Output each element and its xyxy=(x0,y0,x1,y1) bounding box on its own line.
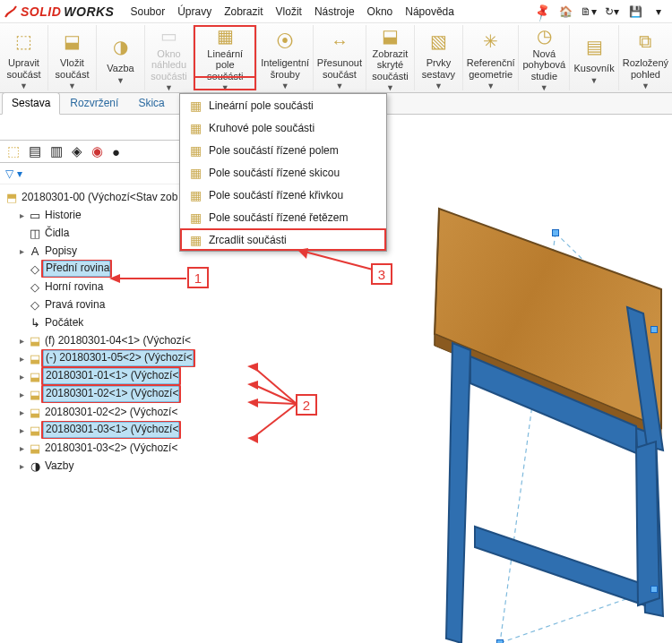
dropdown-item-label: Lineární pole součásti xyxy=(205,99,314,112)
ribbon-button[interactable]: ✳Referenčnígeometrie▼ xyxy=(463,25,519,90)
ribbon-button[interactable]: ▦Lineární polesoučásti▼ xyxy=(194,25,257,90)
expand-icon[interactable]: ▸ xyxy=(16,210,27,220)
expand-icon[interactable]: ▸ xyxy=(16,390,27,399)
dropdown-item[interactable]: ▦Pole součástí řízené polem xyxy=(180,139,386,161)
tab-skica[interactable]: Skica xyxy=(128,92,174,115)
ribbon-label: Referenčnígeometrie xyxy=(467,57,515,79)
dropdown-item-label: Kruhové pole součásti xyxy=(205,122,314,134)
menu-item[interactable]: Nápověda xyxy=(401,4,458,20)
tree-item-icon: ⬓ xyxy=(27,424,43,437)
expand-icon[interactable]: ▸ xyxy=(16,425,27,435)
tree-item-icon: ◇ xyxy=(27,298,43,312)
panel-tb-icon[interactable]: ◉ xyxy=(91,143,103,159)
ribbon-button[interactable]: ⬓Vložitsoučást▼ xyxy=(48,25,97,90)
ribbon-label: Prvkysestavy xyxy=(422,57,455,79)
revolve-icon[interactable]: ↻▾ xyxy=(602,2,622,21)
ribbon-button[interactable]: ↔Přesunoutsoučást▼ xyxy=(314,25,366,90)
tree-item-icon: ↳ xyxy=(27,316,43,330)
tree-item[interactable]: ▸⬓(f) 20180301-04<1> (Výchozí< xyxy=(4,331,251,349)
chevron-down-icon: ▼ xyxy=(435,81,443,90)
svg-line-14 xyxy=(253,402,297,404)
tree-item[interactable]: ▸⬓20180301-02<1> (Výchozí< xyxy=(4,385,251,403)
tree-item-icon: ⬓ xyxy=(27,406,43,419)
ribbon-label: Inteligentníšrouby xyxy=(261,57,309,79)
expand-icon[interactable]: ▸ xyxy=(16,407,27,417)
plane-anchor[interactable] xyxy=(650,586,658,593)
file-icon[interactable]: 🗎▾ xyxy=(579,2,599,21)
pattern-icon: ▦ xyxy=(185,210,205,225)
menu-item[interactable]: Úpravy xyxy=(174,4,215,20)
panel-tb-icon[interactable]: ▥ xyxy=(50,143,63,159)
filter-icon[interactable]: ▽ xyxy=(5,167,13,180)
ribbon-button[interactable]: ⧉Rozloženýpohled▼ xyxy=(619,25,672,90)
pattern-dropdown: ▦Lineární pole součásti▦Kruhové pole sou… xyxy=(179,93,387,252)
chevron-down-icon: ▼ xyxy=(20,81,28,90)
ribbon-button[interactable]: ▤Kusovník▼ xyxy=(570,25,619,90)
tree-item-label: Čidla xyxy=(43,227,69,239)
tree-item-label: 20180301-01<1> (Výchozí< xyxy=(43,368,179,384)
plane-anchor[interactable] xyxy=(552,229,559,236)
ribbon-button[interactable]: ⬚Upravitsoučást▼ xyxy=(0,25,48,90)
menu-item[interactable]: Nástroje xyxy=(311,4,358,20)
svg-line-20 xyxy=(305,252,373,270)
ribbon-button[interactable]: ⬓Zobrazitskrytésoučásti▼ xyxy=(366,25,415,90)
dropdown-item[interactable]: ▦Pole součástí řízené řetězem xyxy=(180,206,386,228)
ribbon-icon: ▧ xyxy=(424,27,452,56)
dropdown-strip[interactable] xyxy=(194,76,256,90)
expand-icon[interactable]: ▸ xyxy=(16,336,27,346)
menu-item[interactable]: Soubor xyxy=(126,4,168,20)
expand-icon[interactable]: ▸ xyxy=(16,372,27,382)
dropdown-icon[interactable]: ▾ xyxy=(649,2,668,21)
chevron-down-icon: ▼ xyxy=(165,83,173,92)
tree-item[interactable]: ▸◑Vazby xyxy=(4,457,251,475)
pin-icon[interactable]: 📌 xyxy=(529,0,556,25)
dropdown-item[interactable]: ▦Pole součástí řízené křivkou xyxy=(180,184,386,206)
plane-anchor[interactable] xyxy=(496,639,504,643)
panel-tb-icon[interactable]: ▤ xyxy=(29,143,41,159)
ribbon-label: Novápohybovástudie xyxy=(522,48,565,81)
panel-tb-icon[interactable]: ◈ xyxy=(72,143,82,159)
tab-rozvrzeni[interactable]: Rozvržení xyxy=(60,92,128,115)
tree-item-icon: ⬓ xyxy=(27,334,43,347)
pattern-icon: ▦ xyxy=(185,166,205,180)
tree-item[interactable]: ▸⬓20180301-03<1> (Výchozí< xyxy=(4,421,251,439)
dropdown-item[interactable]: ▦Pole součástí řízené skicou xyxy=(180,161,386,184)
tree-item[interactable]: ▸⬓20180301-03<2> (Výchozí< xyxy=(4,439,251,457)
tree-item[interactable]: ▸⬓20180301-01<1> (Výchozí< xyxy=(4,367,251,385)
dropdown-item-label: Pole součástí řízené řetězem xyxy=(205,211,348,224)
chevron-down-icon: ▼ xyxy=(68,81,76,90)
ribbon-label: Upravitsoučást xyxy=(7,57,41,79)
ribbon-icon: ◑ xyxy=(107,32,135,61)
panel-tb-icon[interactable]: ⬚ xyxy=(7,143,20,159)
ribbon-button: ▭Oknonáhledusoučásti▼ xyxy=(145,25,194,90)
tree-item[interactable]: ▸⬓20180301-02<2> (Výchozí< xyxy=(4,403,251,421)
ribbon-button[interactable]: ◑Vazba▼ xyxy=(97,25,145,90)
tree-item[interactable]: ◇Pravá rovina xyxy=(4,296,251,313)
menu-item[interactable]: Okno xyxy=(364,4,397,20)
menu-item[interactable]: Zobrazit xyxy=(220,4,266,20)
ribbon-icon: ▦ xyxy=(211,25,239,47)
expand-icon[interactable]: ▸ xyxy=(16,443,27,453)
callout-3: 3 xyxy=(371,263,392,285)
tab-sestava[interactable]: Sestava xyxy=(2,92,60,115)
save-icon[interactable]: 💾 xyxy=(625,2,645,21)
ribbon-button[interactable]: ⦿Inteligentníšrouby▼ xyxy=(257,25,313,90)
expand-icon[interactable]: ▸ xyxy=(16,461,27,471)
expand-icon[interactable]: ▸ xyxy=(16,354,27,364)
menu-item[interactable]: Vložit xyxy=(272,4,306,20)
tree-item-label: 20180301-02<2> (Výchozí< xyxy=(43,406,177,418)
home-icon[interactable]: 🏠 xyxy=(556,2,575,21)
ribbon-button[interactable]: ◷Novápohybovástudie▼ xyxy=(519,25,570,90)
plane-anchor[interactable] xyxy=(650,326,658,333)
dropdown-item[interactable]: ▦Lineární pole součásti xyxy=(180,94,386,116)
panel-tb-icon[interactable]: ● xyxy=(112,144,120,159)
pattern-icon: ▦ xyxy=(185,143,205,158)
tree-item[interactable]: ↳Počátek xyxy=(4,313,251,331)
dropdown-item[interactable]: ▦Kruhové pole součásti xyxy=(180,116,386,139)
expand-icon[interactable]: ▸ xyxy=(16,246,27,256)
ribbon-button[interactable]: ▧Prvkysestavy▼ xyxy=(415,25,463,90)
svg-marker-4 xyxy=(446,343,470,643)
tree-item-label: 20180301-03<2> (Výchozí< xyxy=(43,442,177,454)
svg-marker-11 xyxy=(109,274,120,283)
tree-item[interactable]: ▸⬓(-) 20180301-05<2> (Výchozí< xyxy=(4,349,251,367)
